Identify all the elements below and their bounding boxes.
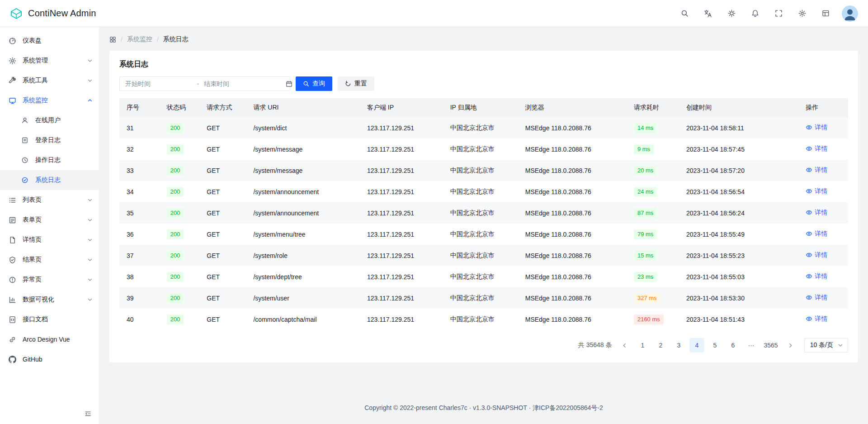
sidebar-item-system-monitor[interactable]: 系统监控 [0, 91, 99, 110]
cell-client-ip: 123.117.129.251 [360, 309, 443, 330]
app-title: ContiNew Admin [28, 8, 96, 19]
detail-link[interactable]: 详情 [806, 124, 827, 132]
pagination-page-2[interactable]: 2 [653, 338, 668, 353]
status-badge: 200 [167, 293, 184, 303]
detail-link[interactable]: 详情 [806, 145, 827, 153]
reset-button[interactable]: 重置 [338, 76, 374, 91]
sidebar-collapse-button[interactable] [82, 408, 94, 419]
cell-browser: MSEdge 118.0.2088.76 [518, 224, 627, 245]
start-time-input[interactable] [125, 80, 192, 87]
cell-actions: 详情 [798, 117, 848, 138]
exception-icon [8, 276, 16, 284]
app-root: ContiNew Admin [0, 0, 868, 424]
reset-button-label: 重置 [354, 80, 367, 88]
translate-button[interactable] [701, 6, 715, 21]
notifications-button[interactable] [748, 6, 762, 21]
detail-link[interactable]: 详情 [806, 230, 827, 238]
chevron-left-icon [622, 343, 627, 348]
detail-link-label: 详情 [815, 187, 827, 195]
detail-link-label: 详情 [815, 145, 827, 153]
pagination-page-3[interactable]: 3 [671, 338, 686, 353]
sidebar-item-detail-page[interactable]: 详情页 [0, 230, 99, 250]
search-icon [681, 10, 689, 17]
cell-uri: /system/announcement [246, 181, 359, 202]
detail-link[interactable]: 详情 [806, 294, 827, 302]
pagination-prev-button[interactable] [617, 338, 632, 353]
layout-settings-button[interactable] [818, 6, 833, 21]
cell-status: 200 [160, 117, 200, 138]
search-button[interactable]: 查询 [296, 76, 332, 91]
pagination-page-4-active[interactable]: 4 [689, 338, 704, 353]
detail-link[interactable]: 详情 [806, 251, 827, 259]
cell-browser: MSEdge 118.0.2088.76 [518, 309, 627, 330]
bell-icon [751, 10, 759, 17]
page-size-select[interactable]: 10 条/页 [804, 338, 848, 353]
cell-status: 200 [160, 181, 200, 202]
theme-toggle-button[interactable] [724, 6, 739, 21]
cell-status: 200 [160, 266, 200, 287]
cell-status: 200 [160, 224, 200, 245]
brand[interactable]: ContiNew Admin [10, 7, 96, 20]
sidebar-item-list-page[interactable]: 列表页 [0, 190, 99, 210]
cell-no: 35 [119, 202, 160, 224]
sidebar-item-form-page[interactable]: 表单页 [0, 210, 99, 230]
sidebar-item-system-management[interactable]: 系统管理 [0, 51, 99, 71]
sidebar-item-data-visualization[interactable]: 数据可视化 [0, 290, 99, 310]
cell-actions: 详情 [798, 245, 848, 266]
sidebar-item-operation-log[interactable]: 操作日志 [0, 150, 99, 170]
pagination-next-button[interactable] [783, 338, 798, 353]
avatar[interactable] [842, 5, 858, 22]
cell-elapsed: 20 ms [627, 160, 679, 181]
detail-link[interactable]: 详情 [806, 315, 827, 323]
table-row: 37 200 GET /system/role 123.117.129.251 … [119, 245, 848, 266]
detail-link[interactable]: 详情 [806, 187, 827, 195]
table-row: 35 200 GET /system/announcement 123.117.… [119, 202, 848, 224]
cell-browser: MSEdge 118.0.2088.76 [518, 160, 627, 181]
page-title: 系统日志 [119, 60, 848, 69]
cell-method: GET [199, 266, 246, 287]
chevron-down-icon [87, 197, 93, 203]
cell-ip-location: 中国北京北京市 [443, 181, 518, 202]
sidebar-item-system-tools[interactable]: 系统工具 [0, 71, 99, 91]
search-button[interactable] [677, 6, 692, 21]
pagination-page-1[interactable]: 1 [635, 338, 650, 353]
date-range-picker[interactable]: - [119, 76, 290, 91]
sidebar-item-arco-design-vue[interactable]: Arco Design Vue [0, 329, 99, 349]
breadcrumb-item-system-monitor[interactable]: 系统监控 [127, 35, 152, 43]
sidebar-item-login-log[interactable]: 登录日志 [0, 130, 99, 150]
sidebar-item-label: 系统监控 [23, 96, 84, 105]
pagination-ellipsis[interactable]: ··· [744, 338, 758, 353]
history-icon [21, 156, 29, 164]
cell-actions: 详情 [798, 160, 848, 181]
sidebar-item-api-doc[interactable]: 接口文档 [0, 310, 99, 329]
sidebar-item-online-users[interactable]: 在线用户 [0, 110, 99, 130]
pagination-page-3565[interactable]: 3565 [762, 338, 779, 353]
pagination-page-6[interactable]: 6 [726, 338, 740, 353]
sidebar-item-result-page[interactable]: 结果页 [0, 250, 99, 270]
user-icon [21, 116, 29, 124]
chevron-down-icon [87, 257, 93, 262]
pagination-page-5[interactable]: 5 [708, 338, 722, 353]
status-badge: 200 [167, 251, 184, 261]
sidebar-item-system-log[interactable]: 系统日志 [0, 170, 99, 190]
end-time-input[interactable] [204, 80, 286, 87]
refresh-icon [345, 81, 351, 87]
cell-status: 200 [160, 160, 200, 181]
sidebar-item-github[interactable]: GitHub [0, 349, 99, 369]
detail-link[interactable]: 详情 [806, 166, 827, 174]
apps-icon[interactable] [109, 36, 116, 43]
sidebar-item-exception-page[interactable]: 异常页 [0, 270, 99, 290]
sidebar-item-label: 列表页 [23, 196, 84, 204]
eye-icon [806, 124, 812, 131]
settings-button[interactable] [795, 6, 809, 21]
breadcrumb-separator: / [157, 36, 159, 43]
detail-link-label: 详情 [815, 272, 827, 281]
cell-uri: /system/dict [246, 117, 359, 138]
result-icon [8, 256, 16, 264]
status-badge: 200 [167, 123, 184, 133]
sidebar-item-dashboard[interactable]: 仪表盘 [0, 31, 99, 51]
fullscreen-button[interactable] [771, 6, 786, 21]
detail-link[interactable]: 详情 [806, 272, 827, 281]
cell-client-ip: 123.117.129.251 [360, 181, 443, 202]
detail-link[interactable]: 详情 [806, 209, 827, 217]
